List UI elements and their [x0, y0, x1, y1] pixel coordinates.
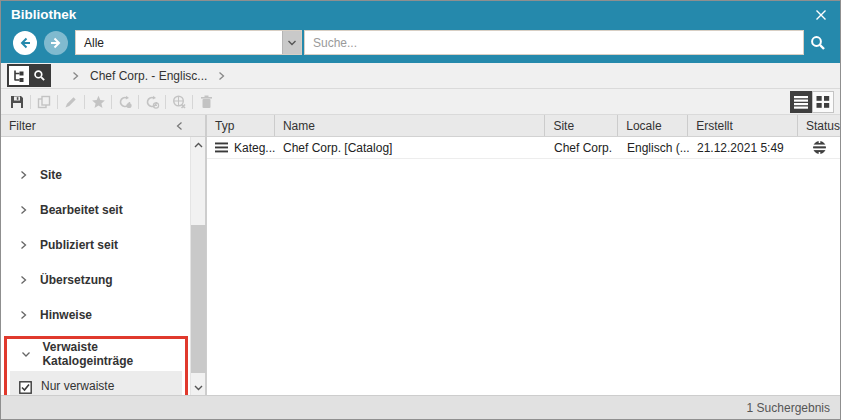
chevron-right-icon	[218, 71, 225, 81]
chevron-down-icon	[287, 39, 297, 47]
filter-section-label: Site	[40, 168, 62, 182]
filter-panel-header: Filter	[1, 115, 205, 137]
filter-panel-body: Site Bearbeitet seit Publiziert seit Übe…	[1, 137, 205, 395]
column-header-status[interactable]: Status	[798, 115, 840, 136]
scrollbar-thumb[interactable]	[191, 225, 206, 373]
filter-section-publiziert-seit[interactable]: Publiziert seit	[1, 227, 190, 262]
breadcrumb-separator	[72, 71, 79, 81]
filter-section-hinweise[interactable]: Hinweise	[1, 297, 190, 332]
filter-section-label: Verwaiste Katalogeinträge	[42, 340, 185, 368]
grid-view-icon	[815, 94, 831, 110]
cell-site: Chef Corp.	[546, 137, 619, 158]
forward-button[interactable]	[44, 31, 68, 55]
scroll-up-button[interactable]	[191, 137, 206, 152]
filter-panel-title: Filter	[9, 119, 172, 133]
highlight-annotation-box: Verwaiste Katalogeinträge Nur verwaiste …	[4, 336, 188, 395]
search-input[interactable]	[305, 31, 803, 54]
main-area: Filter Site Bearbeitet seit Publiziert s…	[1, 115, 840, 395]
category-type-icon	[215, 142, 228, 153]
search-icon	[810, 35, 826, 51]
save-icon	[10, 95, 24, 109]
copy-button[interactable]	[34, 93, 54, 111]
list-view-icon	[793, 94, 809, 110]
column-header-site[interactable]: Site	[545, 115, 618, 136]
copy-icon	[37, 95, 51, 109]
cell-erstellt: 21.12.2021 5:49	[689, 137, 799, 158]
search-mode-icon	[33, 69, 46, 82]
search-field	[304, 30, 804, 55]
collapse-panel-button[interactable]	[172, 119, 186, 133]
chevron-right-icon	[17, 239, 29, 251]
publication-status-icon	[812, 140, 827, 155]
checkbox-checked-icon[interactable]	[19, 380, 32, 393]
scope-select[interactable]: Alle	[75, 30, 302, 55]
cell-typ: Kateg...	[207, 137, 275, 158]
sidebar-scrollbar[interactable]	[190, 137, 205, 395]
star-icon	[91, 95, 106, 109]
close-icon	[815, 9, 827, 21]
withdraw-translation-button[interactable]	[169, 93, 189, 111]
trash-icon	[200, 95, 213, 109]
tree-view-button[interactable]	[9, 66, 29, 85]
circular-arrow-icon	[118, 95, 133, 109]
chevron-down-icon	[20, 348, 31, 360]
breadcrumb-item-site[interactable]: Chef Corp. - Englisc...	[90, 69, 207, 83]
chevron-left-icon	[176, 121, 183, 131]
checkin-button[interactable]	[115, 93, 135, 111]
circular-arrow-badge-icon	[145, 95, 160, 109]
chevron-right-icon	[17, 274, 29, 286]
checkbox-label[interactable]: Nur verwaiste Katalogeinträge anzeigen	[41, 379, 167, 395]
toolbar-separator	[138, 95, 139, 109]
column-header-erstellt[interactable]: Erstellt	[688, 115, 798, 136]
title-bar: Bibliothek	[1, 1, 840, 28]
breadcrumb-bar: Chef Corp. - Englisc...	[1, 63, 840, 89]
toolbar-separator	[57, 95, 58, 109]
toolbar-separator	[165, 95, 166, 109]
favorite-button[interactable]	[88, 93, 108, 111]
filter-section-verwaiste-katalogeintraege[interactable]: Verwaiste Katalogeinträge	[7, 339, 185, 369]
chevron-right-icon	[17, 204, 29, 216]
search-results-area: Typ Name Site Locale Erstellt Status Kat…	[207, 115, 840, 395]
filter-section-site[interactable]: Site	[1, 157, 190, 192]
filter-section-uebersetzung[interactable]: Übersetzung	[1, 262, 190, 297]
action-toolbar	[1, 89, 840, 115]
search-view-button[interactable]	[29, 66, 49, 85]
list-view-button[interactable]	[790, 91, 812, 113]
filter-section-label: Bearbeitet seit	[40, 203, 123, 217]
back-button[interactable]	[13, 31, 37, 55]
edit-button[interactable]	[61, 93, 81, 111]
pencil-icon	[64, 95, 78, 109]
search-toolbar: Alle	[1, 28, 840, 63]
column-header-name[interactable]: Name	[275, 115, 546, 136]
filter-panel: Filter Site Bearbeitet seit Publiziert s…	[1, 115, 207, 395]
breadcrumb-separator	[218, 71, 225, 81]
scroll-down-button[interactable]	[191, 380, 206, 395]
column-header-locale[interactable]: Locale	[618, 115, 688, 136]
chevron-right-icon	[72, 71, 79, 81]
grid-view-button[interactable]	[812, 91, 834, 113]
scope-dropdown-button[interactable]	[282, 31, 301, 54]
toolbar-separator	[30, 95, 31, 109]
arrow-right-icon	[48, 35, 64, 51]
close-button[interactable]	[812, 6, 830, 24]
table-header: Typ Name Site Locale Erstellt Status	[207, 115, 840, 137]
cell-status	[799, 137, 840, 158]
chevron-up-icon	[194, 142, 203, 148]
save-button[interactable]	[7, 93, 27, 111]
column-header-typ[interactable]: Typ	[207, 115, 275, 136]
cell-locale: Englisch (...	[619, 137, 689, 158]
window-title: Bibliothek	[11, 7, 812, 22]
filter-section-label: Hinweise	[40, 308, 92, 322]
search-submit-button[interactable]	[804, 35, 832, 51]
filter-section-label: Publiziert seit	[40, 238, 118, 252]
content-tree-icon	[12, 69, 26, 83]
toolbar-separator	[192, 95, 193, 109]
globe-x-icon	[172, 95, 187, 109]
filter-section-bearbeitet-seit[interactable]: Bearbeitet seit	[1, 192, 190, 227]
table-row[interactable]: Kateg... Chef Corp. [Catalog] Chef Corp.…	[207, 137, 840, 159]
result-count-text: 1 Suchergebnis	[747, 401, 830, 415]
chevron-down-icon	[194, 385, 203, 391]
library-window: Bibliothek Alle	[0, 0, 841, 420]
checkout-button[interactable]	[142, 93, 162, 111]
delete-button[interactable]	[196, 93, 216, 111]
